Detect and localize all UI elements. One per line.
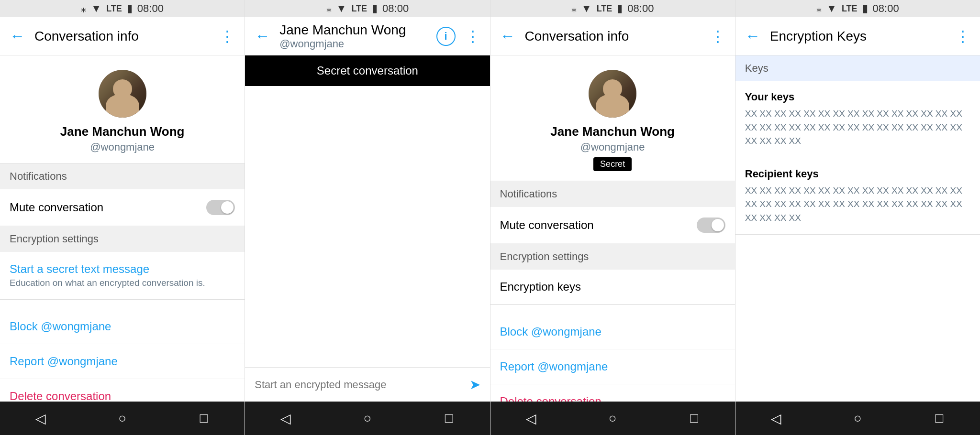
battery-icon-2: ▮ bbox=[372, 2, 378, 15]
screen-encryption-keys: ⁎ ▼ LTE ▮ 08:00 ← Encryption Keys ⋮ Keys… bbox=[735, 0, 980, 435]
recents-nav-1[interactable]: □ bbox=[189, 404, 218, 433]
recents-nav-2[interactable]: □ bbox=[434, 404, 463, 433]
home-nav-4[interactable]: ○ bbox=[843, 404, 872, 433]
encryption-header-1: Encryption settings bbox=[0, 226, 245, 252]
more-menu-button-3[interactable]: ⋮ bbox=[710, 27, 725, 45]
top-bar-2: ← Jane Manchun Wong @wongmjane i ⋮ bbox=[245, 17, 490, 55]
delete-item-1[interactable]: Delete conversation bbox=[0, 379, 245, 402]
lte-label-2: LTE bbox=[351, 4, 367, 14]
back-button-1[interactable]: ← bbox=[10, 27, 25, 45]
time-3: 08:00 bbox=[627, 2, 654, 15]
back-button-4[interactable]: ← bbox=[745, 27, 760, 45]
info-button-2[interactable]: i bbox=[436, 27, 456, 46]
profile-section-1: Jane Manchun Wong @wongmjane bbox=[0, 55, 245, 163]
block-link-3[interactable]: Block @wongmjane bbox=[490, 315, 735, 349]
bluetooth-icon-3: ⁎ bbox=[571, 2, 577, 15]
mute-toggle-3[interactable] bbox=[697, 218, 725, 233]
your-keys-label-4: Your keys bbox=[745, 91, 970, 103]
title-section-2: Jane Manchun Wong @wongmjane bbox=[279, 22, 436, 50]
back-button-3[interactable]: ← bbox=[500, 27, 515, 45]
bottom-nav-1: ◁ ○ □ bbox=[0, 402, 245, 435]
block-text-3: Block @wongmjane bbox=[500, 325, 725, 338]
lte-label-4: LTE bbox=[842, 4, 858, 14]
signal-icon-3: ▼ bbox=[581, 2, 592, 15]
start-secret-text-1: Start a secret text message bbox=[10, 262, 235, 276]
back-nav-1[interactable]: ◁ bbox=[26, 404, 55, 433]
profile-name-1: Jane Manchun Wong bbox=[60, 124, 185, 139]
signal-icon-2: ▼ bbox=[336, 2, 347, 15]
battery-icon-1: ▮ bbox=[127, 2, 133, 15]
screen-conversation-info-normal: ⁎ ▼ LTE ▮ 08:00 ← Conversation info ⋮ Ja… bbox=[0, 0, 245, 435]
home-nav-3[interactable]: ○ bbox=[598, 404, 627, 433]
report-link-3[interactable]: Report @wongmjane bbox=[490, 349, 735, 384]
report-link-1[interactable]: Report @wongmjane bbox=[0, 344, 245, 379]
screen-content-3: Jane Manchun Wong @wongmjane Secret Noti… bbox=[490, 55, 735, 402]
recipient-keys-label-4: Recipient keys bbox=[745, 168, 970, 180]
your-keys-block-4: Your keys XX XX XX XX XX XX XX XX XX XX … bbox=[735, 81, 980, 158]
recents-nav-3[interactable]: □ bbox=[680, 404, 709, 433]
page-subtitle-2: @wongmjane bbox=[279, 38, 436, 50]
keys-section-header-4: Keys bbox=[735, 55, 980, 81]
mute-toggle-1[interactable] bbox=[206, 200, 235, 215]
mute-label-1: Mute conversation bbox=[10, 201, 103, 214]
top-bar-3: ← Conversation info ⋮ bbox=[490, 17, 735, 55]
avatar-3 bbox=[589, 70, 636, 118]
delete-text-1: Delete conversation bbox=[10, 390, 235, 402]
screen-conversation-info-secret: ⁎ ▼ LTE ▮ 08:00 ← Conversation info ⋮ Ja… bbox=[490, 0, 735, 435]
profile-handle-3: @wongmjane bbox=[580, 141, 645, 153]
delete-item-3[interactable]: Delete conversation bbox=[490, 384, 735, 402]
time-1: 08:00 bbox=[137, 2, 164, 15]
title-section-4: Encryption Keys bbox=[770, 29, 955, 44]
secret-bar-2: Secret conversation bbox=[245, 55, 490, 86]
encryption-keys-text-3: Encryption keys bbox=[500, 280, 581, 294]
more-menu-button-1[interactable]: ⋮ bbox=[220, 27, 235, 45]
top-bar-4: ← Encryption Keys ⋮ bbox=[735, 17, 980, 55]
lte-label-3: LTE bbox=[597, 4, 612, 14]
more-menu-button-4[interactable]: ⋮ bbox=[955, 27, 970, 45]
more-menu-button-2[interactable]: ⋮ bbox=[465, 27, 480, 45]
status-bar-2: ⁎ ▼ LTE ▮ 08:00 bbox=[245, 0, 490, 17]
signal-icon-1: ▼ bbox=[91, 2, 101, 15]
time-2: 08:00 bbox=[382, 2, 409, 15]
time-4: 08:00 bbox=[873, 2, 899, 15]
back-nav-2[interactable]: ◁ bbox=[271, 404, 300, 433]
secret-badge-3: Secret bbox=[593, 157, 632, 171]
send-button-2[interactable]: ➤ bbox=[469, 377, 480, 392]
page-title-1: Conversation info bbox=[34, 29, 220, 44]
status-bar-1: ⁎ ▼ LTE ▮ 08:00 bbox=[0, 0, 245, 17]
mute-conversation-item-3[interactable]: Mute conversation bbox=[490, 207, 735, 244]
your-keys-value-4: XX XX XX XX XX XX XX XX XX XX XX XX XX X… bbox=[745, 107, 970, 148]
report-text-3: Report @wongmjane bbox=[500, 360, 725, 373]
delete-text-3: Delete conversation bbox=[500, 395, 725, 402]
back-nav-4[interactable]: ◁ bbox=[762, 404, 791, 433]
top-icons-2: i ⋮ bbox=[436, 27, 480, 46]
recipient-keys-value-4: XX XX XX XX XX XX XX XX XX XX XX XX XX X… bbox=[745, 184, 970, 225]
home-nav-1[interactable]: ○ bbox=[108, 404, 137, 433]
profile-section-3: Jane Manchun Wong @wongmjane Secret bbox=[490, 55, 735, 181]
back-button-2[interactable]: ← bbox=[255, 27, 270, 45]
screen-secret-conversation: ⁎ ▼ LTE ▮ 08:00 ← Jane Manchun Wong @won… bbox=[245, 0, 490, 435]
bluetooth-icon-4: ⁎ bbox=[816, 2, 822, 15]
encryption-header-3: Encryption settings bbox=[490, 244, 735, 270]
signal-icon-4: ▼ bbox=[826, 2, 837, 15]
status-bar-4: ⁎ ▼ LTE ▮ 08:00 bbox=[735, 0, 980, 17]
top-bar-1: ← Conversation info ⋮ bbox=[0, 17, 245, 55]
chat-area-2 bbox=[245, 86, 490, 367]
start-secret-subtext-1: Education on what an encrypted conversat… bbox=[10, 278, 235, 288]
home-nav-2[interactable]: ○ bbox=[353, 404, 382, 433]
bottom-nav-4: ◁ ○ □ bbox=[735, 402, 980, 435]
status-bar-3: ⁎ ▼ LTE ▮ 08:00 bbox=[490, 0, 735, 17]
mute-conversation-item-1[interactable]: Mute conversation bbox=[0, 189, 245, 226]
notifications-header-1: Notifications bbox=[0, 163, 245, 189]
block-text-1: Block @wongmjane bbox=[10, 320, 235, 333]
message-input-2[interactable] bbox=[255, 379, 469, 391]
back-nav-3[interactable]: ◁ bbox=[517, 404, 546, 433]
page-title-4: Encryption Keys bbox=[770, 29, 955, 44]
message-input-area-2: ➤ bbox=[245, 367, 490, 402]
start-secret-link-1[interactable]: Start a secret text message Education on… bbox=[0, 252, 245, 299]
block-link-1[interactable]: Block @wongmjane bbox=[0, 309, 245, 344]
notifications-header-3: Notifications bbox=[490, 181, 735, 207]
recents-nav-4[interactable]: □ bbox=[925, 404, 954, 433]
battery-icon-3: ▮ bbox=[617, 2, 623, 15]
encryption-keys-item-3[interactable]: Encryption keys bbox=[490, 270, 735, 304]
